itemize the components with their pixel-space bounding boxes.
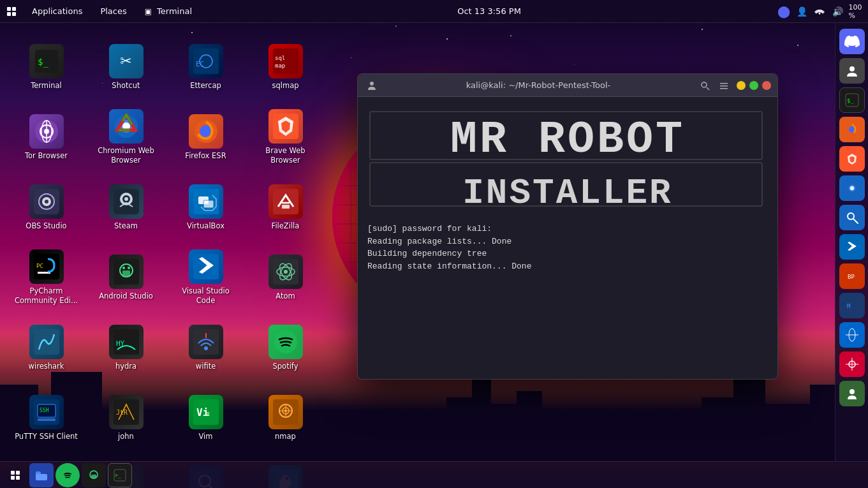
minimize-btn[interactable] <box>737 81 746 90</box>
icon-ettercap[interactable]: EC Ettercap <box>166 32 246 102</box>
android-studio-label: Android Studio <box>99 292 153 301</box>
svg-rect-121 <box>91 475 96 478</box>
dock-terminal[interactable]: $_ <box>839 87 865 113</box>
svg-rect-86 <box>720 83 728 84</box>
svg-point-26 <box>124 197 128 201</box>
chromium-label: Chromium Web Browser <box>92 146 159 165</box>
icon-vim[interactable]: Vi m Vim <box>166 383 246 453</box>
wireshark-icon-img <box>29 325 64 359</box>
icon-firefox[interactable]: Firefox ESR <box>166 102 246 172</box>
dock-discord[interactable] <box>839 29 865 54</box>
icon-john[interactable]: JtR john <box>86 383 166 453</box>
icon-chromium[interactable]: Chromium Web Browser <box>86 102 166 172</box>
dock-globe[interactable] <box>839 322 865 348</box>
svg-text:BP: BP <box>848 274 855 280</box>
virtualbox-icon-img <box>189 184 223 219</box>
terminal-title: kali@kali: ~/Mr-Robot-Pentest-Tool- <box>385 80 692 90</box>
datetime-display: Oct 13 3:56 PM <box>457 6 521 16</box>
terminal-window: kali@kali: ~/Mr-Robot-Pentest-Tool- <box>357 73 778 380</box>
volume-tray-icon[interactable]: 🔊 <box>831 5 844 18</box>
wifi-tray-icon[interactable] <box>813 5 826 18</box>
icon-filezilla[interactable]: FileZilla <box>246 172 325 242</box>
icon-wifite[interactable]: wifite <box>166 313 246 383</box>
dock-burp[interactable]: BP <box>839 263 865 289</box>
dock-task2[interactable] <box>839 381 865 406</box>
nmap-label: nmap <box>275 432 296 441</box>
dock-maltego[interactable] <box>839 351 865 377</box>
terminal-search-btn[interactable] <box>697 78 712 93</box>
applications-menu[interactable]: Applications <box>23 0 91 23</box>
dock-firefox[interactable] <box>839 117 865 142</box>
dock-chromium[interactable] <box>839 175 865 201</box>
terminal-menu-btn[interactable] <box>716 78 732 93</box>
icon-virtualbox[interactable]: VirtualBox <box>166 172 246 242</box>
user-tray-icon[interactable]: 👤 <box>795 5 808 18</box>
icon-putty[interactable]: SSH PuTTY SSH Client <box>6 383 86 453</box>
svg-text:$_: $_ <box>38 57 48 68</box>
putty-icon-img: SSH <box>29 395 64 429</box>
john-icon-img: JtR <box>109 395 143 429</box>
dock-filesearch[interactable] <box>839 205 865 230</box>
maximize-btn[interactable] <box>749 81 758 90</box>
svg-rect-29 <box>203 200 214 208</box>
bottom-android-btn[interactable] <box>82 463 106 487</box>
app-grid-button[interactable] <box>0 0 23 23</box>
terminal-label: Terminal <box>157 6 192 16</box>
applications-label: Applications <box>32 6 82 16</box>
shotcut-label: Shotcut <box>112 81 140 91</box>
output-line-1: [sudo] password for kali: <box>367 223 768 235</box>
bottom-spotify-btn[interactable] <box>55 463 80 487</box>
svg-point-67 <box>284 410 287 412</box>
dock-brave[interactable] <box>839 146 865 172</box>
svg-text:map: map <box>275 63 285 69</box>
svg-point-50 <box>204 346 208 350</box>
svg-point-38 <box>122 267 125 269</box>
icon-pycharm[interactable]: PC PyCharm Community Edi... <box>6 242 86 313</box>
icon-shotcut[interactable]: ✂ Shotcut <box>86 32 166 102</box>
discord-tray-icon[interactable]: ⬤ <box>777 5 790 18</box>
steam-icon-img <box>109 184 143 219</box>
right-dock: $_ <box>835 23 868 462</box>
icon-brave[interactable]: Brave Web Browser <box>246 102 325 172</box>
icon-steam[interactable]: Steam <box>86 172 166 242</box>
bottom-grid-btn[interactable] <box>3 463 27 487</box>
dock-vscode[interactable] <box>839 234 865 260</box>
output-line-3: Building dependency tree <box>367 248 768 260</box>
icon-android-studio[interactable]: Android Studio <box>86 242 166 313</box>
icon-wireshark[interactable]: wireshark <box>6 313 86 383</box>
installer-title-text: INSTALLER <box>462 173 672 211</box>
bottom-terminal-btn[interactable]: >_ <box>108 463 132 487</box>
vscode-icon-img <box>189 249 223 284</box>
icon-vscode[interactable]: Visual Studio Code <box>166 242 246 313</box>
icon-sqlmap[interactable]: sql map sqlmap <box>246 32 325 102</box>
firefox-icon-img <box>189 114 223 149</box>
dock-user[interactable] <box>839 58 865 84</box>
pycharm-label: PyCharm Community Edi... <box>13 286 80 306</box>
filezilla-icon-img <box>268 184 303 219</box>
icon-torbrowser[interactable]: Tor Browser <box>6 102 86 172</box>
svg-rect-88 <box>720 88 728 89</box>
icon-spotify[interactable]: Spotify <box>246 313 325 383</box>
mr-robot-title-text: MR ROBOT <box>450 115 685 165</box>
svg-line-101 <box>853 219 858 223</box>
places-menu[interactable]: Places <box>91 0 135 23</box>
dock-metasploit[interactable]: M <box>839 293 865 318</box>
close-btn[interactable] <box>762 81 771 90</box>
icon-atom[interactable]: Atom <box>246 242 325 313</box>
svg-rect-37 <box>122 270 130 277</box>
wireshark-label: wireshark <box>29 362 64 371</box>
hydra-icon-img: HY <box>109 325 143 359</box>
terminal-profile-icon[interactable] <box>364 78 379 93</box>
icon-hydra[interactable]: HY hydra <box>86 313 166 383</box>
terminal-menu[interactable]: ▣ Terminal <box>136 0 201 23</box>
svg-rect-117 <box>36 474 47 480</box>
icon-nmap[interactable]: nmap <box>246 383 325 453</box>
icon-terminal[interactable]: $_ Terminal <box>6 32 86 102</box>
spotify-icon-img <box>268 325 303 359</box>
terminal-icon-img: $_ <box>29 44 64 78</box>
icon-obs[interactable]: OBS Studio <box>6 172 86 242</box>
svg-point-84 <box>702 82 707 87</box>
bottom-files-btn[interactable] <box>29 463 54 487</box>
grid-icon <box>7 7 16 16</box>
battery-label: 100 % <box>849 3 862 20</box>
